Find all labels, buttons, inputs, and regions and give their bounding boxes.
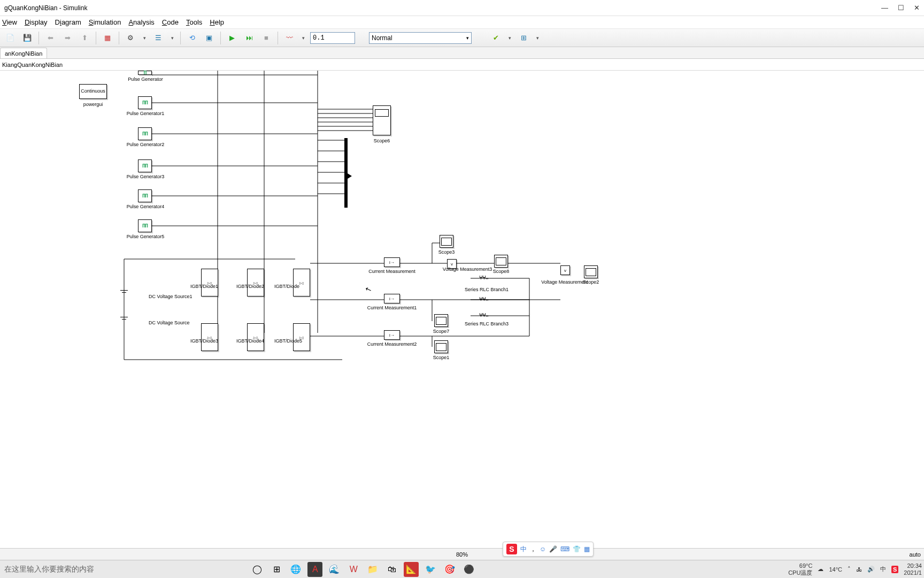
block-igbt-diode4[interactable]: ▷▯	[247, 323, 264, 351]
block-current-measurement1[interactable]: i→	[384, 294, 400, 303]
label-series-rlc-branch1: Series RLC Branch1	[465, 287, 509, 292]
block-current-measurement2[interactable]: i→	[384, 330, 400, 340]
weather-icon[interactable]: ☁	[818, 566, 823, 573]
block-scope2[interactable]	[584, 265, 598, 278]
block-scope1[interactable]	[434, 340, 448, 353]
block-powergui[interactable]: Continuous	[79, 84, 107, 99]
task-view-button[interactable]: ⊞	[269, 562, 284, 577]
status-auto: auto	[910, 551, 921, 558]
tray-chevron-icon[interactable]: ˄	[848, 566, 851, 573]
block-pulse-generator2[interactable]: ΠΠ	[138, 127, 152, 140]
block-dc-voltage-source[interactable]	[119, 317, 129, 321]
block-igbt-diode2[interactable]: ▷▯	[247, 269, 264, 296]
ime-zh[interactable]: 中	[520, 545, 527, 554]
step-forward-button[interactable]: ⏭	[242, 31, 256, 45]
ime-grid-icon[interactable]: ▦	[584, 545, 590, 553]
block-igbt-diode[interactable]: ▷▯	[293, 269, 310, 296]
block-current-measurement[interactable]: i→	[384, 257, 400, 267]
block-pulse-generator3[interactable]: ΠΠ	[138, 159, 152, 172]
toolbar: 📄 💾 ⬅ ➡ ⬆ ▦ ⚙ ▾ ☰ ▾ ⟲ ▣ ▶ ⏭ ■ 〰 ▾ Normal…	[0, 29, 924, 47]
window-maximize-button[interactable]: ☐	[898, 4, 904, 12]
block-pulse-generator[interactable]: Π	[138, 71, 152, 75]
ime-toolbar[interactable]: S 中 ， ☺ 🎤 ⌨ 👕 ▦	[503, 542, 594, 557]
forward-button[interactable]: ➡	[60, 31, 74, 45]
window-close-button[interactable]: ✕	[914, 4, 920, 12]
window-minimize-button[interactable]: —	[881, 4, 888, 12]
stop-button[interactable]: ■	[259, 31, 273, 45]
block-pulse-generator4[interactable]: ΠΠ	[138, 189, 152, 202]
taskbar-search[interactable]: 在这里输入你要搜索的内容	[4, 565, 94, 574]
menu-view[interactable]: View	[2, 18, 17, 26]
label-series-rlc-branch3: Series RLC Branch3	[465, 321, 509, 326]
update-diagram-button[interactable]: ⟲	[185, 31, 199, 45]
block-series-rlc-branch1[interactable]: ⵖⵖ⏛	[469, 274, 497, 282]
block-pulse-generator1[interactable]: ΠΠ	[138, 96, 152, 109]
chrome-icon[interactable]: 🌐	[288, 562, 303, 577]
simulation-pacing-button[interactable]: ⊞	[517, 31, 530, 45]
obs-icon[interactable]: ⚫	[461, 562, 476, 577]
block-igbt-diode3[interactable]: ▷▯	[201, 323, 218, 351]
block-dc-voltage-source1[interactable]	[119, 290, 129, 294]
block-scope3[interactable]	[440, 235, 453, 248]
tray-network-icon[interactable]: 🖧	[856, 566, 862, 573]
start-button[interactable]: ◯	[250, 562, 265, 577]
model-config-button[interactable]: ⚙	[124, 31, 137, 45]
stop-time-input[interactable]	[310, 32, 355, 44]
menu-analysis[interactable]: Analysis	[128, 18, 154, 26]
block-pulse-generator5[interactable]: ΠΠ	[138, 219, 152, 232]
tray-sogou-icon[interactable]: S	[891, 566, 898, 573]
back-button[interactable]: ⬅	[43, 31, 57, 45]
menu-diagram[interactable]: Diagram	[55, 18, 81, 26]
simulation-mode-select[interactable]: Normal ▾	[369, 32, 472, 44]
new-model-button[interactable]: 📄	[3, 31, 17, 45]
block-scope6[interactable]	[373, 105, 391, 135]
matlab-icon[interactable]: 📐	[404, 562, 419, 577]
dropdown-icon[interactable]: ▾	[506, 35, 513, 41]
menu-help[interactable]: Help	[210, 18, 224, 26]
ime-keyboard-icon[interactable]: ⌨	[560, 545, 569, 553]
menu-simulation[interactable]: Simulation	[89, 18, 121, 26]
breadcrumb-path[interactable]: KiangQuanKongNiBian	[2, 62, 63, 68]
adobe-icon[interactable]: A	[307, 562, 322, 577]
block-series-rlc-branch-mid[interactable]: ⵖⵖ⏛	[469, 295, 497, 303]
block-voltage-measurement[interactable]: v	[560, 265, 570, 275]
block-scope8[interactable]	[494, 255, 508, 268]
wps-icon[interactable]: W	[346, 562, 361, 577]
ime-punct-icon[interactable]: ，	[530, 545, 536, 554]
edge-icon[interactable]: 🌊	[327, 562, 342, 577]
block-igbt-diode1[interactable]: ▷▯	[201, 269, 218, 296]
explorer-icon[interactable]: 📁	[365, 562, 380, 577]
dropdown-icon[interactable]: ▾	[534, 35, 541, 41]
dropdown-icon[interactable]: ▾	[168, 35, 176, 41]
block-igbt-diode5[interactable]: ▷▯	[293, 323, 310, 351]
ime-emoji-icon[interactable]: ☺	[540, 545, 546, 553]
dropdown-icon[interactable]: ▾	[299, 35, 307, 41]
menu-display[interactable]: Display	[25, 18, 48, 26]
up-button[interactable]: ⬆	[78, 31, 91, 45]
run-button[interactable]: ▶	[225, 31, 239, 45]
label-scope7: Scope7	[433, 329, 450, 334]
model-tab[interactable]: anKongNiBian	[0, 48, 47, 58]
menu-code[interactable]: Code	[162, 18, 179, 26]
build-button[interactable]: ▣	[202, 31, 216, 45]
model-explorer-button[interactable]: ☰	[151, 31, 165, 45]
ime-mic-icon[interactable]: 🎤	[549, 545, 557, 553]
tray-volume-icon[interactable]: 🔊	[867, 566, 875, 573]
block-scope7[interactable]	[434, 314, 448, 327]
label-pulse-generator3: Pulse Generator3	[127, 174, 165, 180]
save-button[interactable]: 💾	[20, 31, 34, 45]
chevron-down-icon: ▾	[466, 35, 469, 41]
zoom-level[interactable]: 80%	[456, 551, 468, 558]
app-icon[interactable]: 🐦	[423, 562, 438, 577]
tray-ime-icon[interactable]: 中	[880, 565, 886, 573]
model-canvas[interactable]: Continuous powergui Π Pulse Generator ΠΠ…	[0, 71, 924, 548]
menu-tools[interactable]: Tools	[186, 18, 202, 26]
signal-trace-button[interactable]: 〰	[282, 31, 296, 45]
ime-person-icon[interactable]: 👕	[573, 545, 581, 553]
store-icon[interactable]: 🛍	[384, 562, 399, 577]
fast-restart-button[interactable]: ✔	[489, 31, 503, 45]
library-browser-button[interactable]: ▦	[101, 31, 114, 45]
dropdown-icon[interactable]: ▾	[141, 35, 148, 41]
block-series-rlc-branch3[interactable]: ⵖⵖ⏛	[469, 311, 497, 319]
app-icon-2[interactable]: 🎯	[442, 562, 457, 577]
